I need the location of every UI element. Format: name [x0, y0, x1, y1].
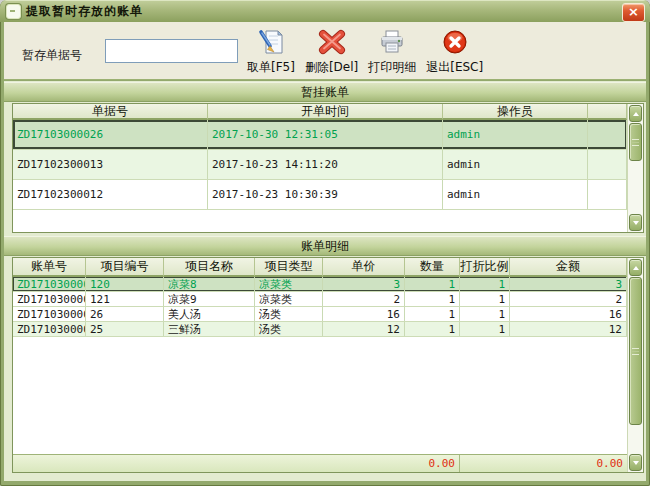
cell: 汤类 [255, 307, 323, 321]
cell: ZD17103000026 [13, 120, 208, 149]
scrollbar-track[interactable] [628, 425, 643, 453]
pending-bills-empty-area [13, 210, 627, 232]
pending-bills-header-row: 单据号开单时间操作员 [13, 104, 627, 120]
column-header: 项目编号 [86, 258, 164, 277]
triangle-up-icon [633, 266, 639, 270]
cell: 1 [405, 277, 460, 291]
cell: 2017-10-23 10:30:39 [208, 180, 443, 209]
totals-spacer [13, 455, 405, 472]
bill-details-empty-area [13, 337, 627, 454]
scrollbar-thumb[interactable] [629, 277, 642, 425]
table-row[interactable]: ZD17103000026120凉菜8凉菜类3113 [13, 277, 627, 292]
cell: ZD17103000026 [13, 292, 86, 306]
cell: admin [443, 180, 588, 209]
cell: 凉菜类 [255, 292, 323, 306]
cell: 26 [86, 307, 164, 321]
cell: ZD17103000026 [13, 277, 86, 291]
cell: 凉菜类 [255, 277, 323, 291]
cell: 3 [323, 277, 405, 291]
exit-button[interactable]: 退出[ESC] [421, 26, 488, 77]
window-title: 提取暂时存放的账单 [26, 3, 143, 20]
print-detail-label: 打印明细 [368, 59, 416, 76]
cell: 1 [460, 322, 510, 336]
cell: ZD17103000026 [13, 322, 86, 336]
window-system-icon [6, 4, 21, 19]
triangle-down-icon [633, 461, 639, 465]
titlebar: 提取暂时存放的账单 × [0, 0, 650, 22]
cell [588, 180, 627, 209]
cell: ZD17103000026 [13, 307, 86, 321]
column-header: 项目类型 [255, 258, 323, 277]
column-header: 项目名称 [164, 258, 255, 277]
content-area: 暂挂账单 单据号开单时间操作员 ZD171030000262017-10-30 … [4, 81, 646, 481]
bill-details-scrollbar[interactable] [627, 258, 643, 472]
cell: 16 [323, 307, 405, 321]
column-header [588, 104, 627, 120]
cell: 12 [510, 322, 627, 336]
cell: 美人汤 [164, 307, 255, 321]
bill-details-section-header: 账单明细 [4, 236, 646, 256]
delete-button[interactable]: 删除[Del] [300, 26, 363, 77]
cell: 2 [510, 292, 627, 306]
exit-label: 退出[ESC] [426, 59, 483, 76]
scroll-down-button[interactable] [629, 454, 642, 471]
cell [588, 150, 627, 179]
cell: ZD17102300012 [13, 180, 208, 209]
scroll-up-button[interactable] [629, 259, 642, 276]
table-row[interactable]: ZD171023000122017-10-23 10:30:39admin [13, 180, 627, 210]
column-header: 单据号 [13, 104, 208, 120]
temp-bill-no-input[interactable] [105, 39, 238, 63]
take-order-button[interactable]: 取单[F5] [242, 26, 300, 77]
scrollbar-track[interactable] [628, 161, 643, 213]
cell: 120 [86, 277, 164, 291]
cell [588, 120, 627, 149]
cell: 凉菜8 [164, 277, 255, 291]
totals-discount-spacer [460, 455, 510, 472]
cell: 2 [323, 292, 405, 306]
print-detail-button[interactable]: 打印明细 [363, 26, 421, 77]
column-header: 开单时间 [208, 104, 443, 120]
bill-details-header-row: 账单号项目编号项目名称项目类型单价数量打折比例金额 [13, 258, 627, 277]
table-row[interactable]: ZD1710300002625三鲜汤汤类121112 [13, 322, 627, 337]
pending-bills-scrollbar[interactable] [627, 104, 643, 232]
cell: 3 [510, 277, 627, 291]
cell: 1 [460, 307, 510, 321]
total-amount: 0.00 [510, 455, 627, 472]
cell: 16 [510, 307, 627, 321]
cell: 汤类 [255, 322, 323, 336]
totals-row: 0.00 0.00 [13, 454, 627, 472]
scrollbar-thumb[interactable] [629, 123, 642, 161]
triangle-down-icon [633, 221, 639, 225]
column-header: 账单号 [13, 258, 86, 277]
close-button[interactable]: × [622, 3, 645, 22]
pending-bills-section-header: 暂挂账单 [4, 82, 646, 102]
temp-bill-no-label: 暂存单据号 [22, 47, 82, 64]
cell: 凉菜9 [164, 292, 255, 306]
cell: 2017-10-30 12:31:05 [208, 120, 443, 149]
cell: 2017-10-23 14:11:20 [208, 150, 443, 179]
cell: 1 [460, 277, 510, 291]
bill-details-table: 账单号项目编号项目名称项目类型单价数量打折比例金额 ZD171030000261… [12, 257, 644, 473]
print-icon [378, 27, 406, 57]
delete-label: 删除[Del] [305, 59, 358, 76]
cell: 1 [405, 307, 460, 321]
table-row[interactable]: ZD171030000262017-10-30 12:31:05admin [13, 120, 627, 150]
table-row[interactable]: ZD1710300002626美人汤汤类161116 [13, 307, 627, 322]
cell: 121 [86, 292, 164, 306]
take-order-label: 取单[F5] [247, 59, 295, 76]
table-row[interactable]: ZD171023000132017-10-23 14:11:20admin [13, 150, 627, 180]
cell: 1 [405, 322, 460, 336]
table-row[interactable]: ZD17103000026121凉菜9凉菜类2112 [13, 292, 627, 307]
delete-icon [318, 27, 346, 57]
thumb-grip-icon [632, 139, 639, 146]
triangle-up-icon [633, 112, 639, 116]
cell: ZD17102300013 [13, 150, 208, 179]
exit-icon [441, 27, 469, 57]
cell: 三鲜汤 [164, 322, 255, 336]
scroll-up-button[interactable] [629, 105, 642, 122]
toolbar: 暂存单据号 取单[F5] [4, 22, 646, 80]
thumb-grip-icon [632, 348, 639, 355]
pending-bills-table: 单据号开单时间操作员 ZD171030000262017-10-30 12:31… [12, 103, 644, 233]
cell: 12 [323, 322, 405, 336]
scroll-down-button[interactable] [629, 214, 642, 231]
